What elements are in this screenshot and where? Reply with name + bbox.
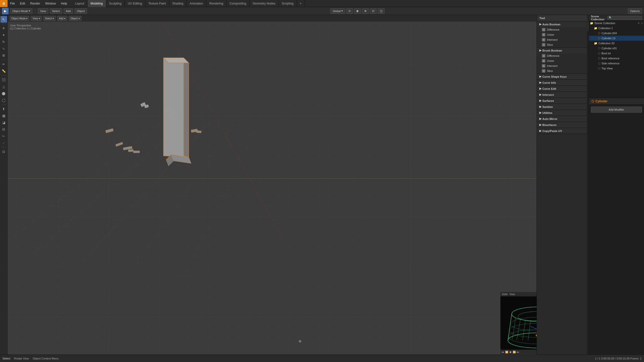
view-menu[interactable]: View [38, 8, 48, 14]
tab-layout[interactable]: Layout [72, 0, 88, 7]
select-menu[interactable]: Select [50, 8, 62, 14]
curve-info-header[interactable]: ▶ Curve Info [537, 80, 587, 85]
tab-uv-editing[interactable]: UV Editing [125, 0, 145, 7]
auto-bool-difference[interactable]: ⊟ Difference [537, 27, 587, 32]
auto-bool-union[interactable]: ⊕ Union [537, 32, 587, 37]
viewport-object-dropdown[interactable]: Object ▾ [69, 16, 82, 21]
tool-add-cube[interactable]: ⬛ [1, 76, 7, 83]
outliner-item-cylindern01[interactable]: ⬡ Cylinder.n01 [589, 46, 644, 51]
show-gizmo[interactable]: ⊕ [362, 8, 369, 14]
auto-difference-label: Difference [547, 28, 559, 31]
viewport-mode-dropdown[interactable]: Object Mode ▾ [10, 16, 29, 21]
intersect-header[interactable]: ▶ Intersect [537, 92, 587, 98]
menu-help[interactable]: Help [58, 0, 70, 7]
add-menu[interactable]: Add [64, 8, 73, 14]
tool-bevel[interactable]: ◪ [1, 119, 7, 126]
snap-btn[interactable]: ⊙ [346, 8, 353, 14]
xray-btn[interactable]: ◫ [378, 8, 385, 14]
copypaste-uv-header[interactable]: ▶ Copy/Paste UV [537, 128, 587, 134]
outliner-item-collection33[interactable]: 📁 Collection 33 [589, 41, 644, 46]
outliner-search-input[interactable] [608, 16, 642, 20]
menu-render[interactable]: Render [28, 0, 43, 7]
proportional-btn[interactable]: ◉ [354, 8, 361, 14]
outliner-item-bool-int[interactable]: ⬡ Bool int [589, 51, 644, 56]
surfaces-header[interactable]: ▶ Surfaces [537, 98, 587, 104]
viewport-view-dropdown[interactable]: View ▾ [31, 16, 42, 21]
outliner-item-cylinder13[interactable]: ⬡ Cylinder.13 [589, 36, 644, 41]
mini-vp-view: View [509, 293, 515, 296]
viewport-select-dropdown[interactable]: Select ▾ [43, 16, 56, 21]
transform-global[interactable]: Global ▾ [330, 8, 345, 14]
brush-bool-union[interactable]: ⊕ Union [537, 58, 587, 63]
select-mode-btn[interactable]: ▶ [2, 8, 9, 14]
eye-icon[interactable]: 👁 [637, 22, 640, 25]
menu-file[interactable]: File [8, 0, 17, 7]
sanitize-header[interactable]: ▶ Sanitize [537, 104, 587, 110]
object-menu[interactable]: Object [74, 8, 87, 14]
utilities-header[interactable]: ▶ Utilities [537, 110, 587, 116]
show-overlay[interactable]: ⊡ [370, 8, 377, 14]
tool-add-cylinder[interactable]: ⬤ [1, 90, 7, 97]
restrict-icon[interactable]: ⊙ [641, 22, 643, 25]
tab-shading[interactable]: Shading [169, 0, 187, 7]
tab-rendering[interactable]: Rendering [206, 0, 226, 7]
mini-stop-btn[interactable]: ⏹ [509, 351, 512, 353]
mini-next-frame-btn[interactable]: ⏩ [513, 351, 516, 353]
tool-add-sphere[interactable]: ◯ [1, 97, 7, 103]
menu-edit[interactable]: Edit [17, 0, 28, 7]
tool-knife[interactable]: ✁ [1, 133, 7, 139]
tool-scale[interactable]: ⤡ [1, 45, 7, 52]
curve-shape-keys-header[interactable]: ▶ Curve Shape Keys [537, 74, 587, 79]
options-btn[interactable]: Options [628, 8, 642, 14]
outliner-item-side-reference[interactable]: ⬡ Side reference [589, 61, 644, 66]
outliner-item-top-view[interactable]: ⬡ Top View [589, 66, 644, 71]
curve-shape-keys-section: ▶ Curve Shape Keys [537, 74, 587, 80]
tool-rotate[interactable]: ↻ [1, 38, 7, 45]
mini-end-btn[interactable]: ⏭ [517, 351, 519, 353]
mode-select[interactable]: Object Mode ▾ [10, 8, 32, 14]
mini-play-btn[interactable]: ⏮ [502, 351, 504, 353]
tab-modeling[interactable]: Modeling [88, 0, 106, 7]
brush-boolean-header[interactable]: ▶ Brush Boolean [537, 48, 587, 53]
brush-bool-intersect[interactable]: ⊗ Intersect [537, 63, 587, 68]
collapse-icon8: ▶ [539, 105, 541, 108]
tool-bisect[interactable]: ⟋ [1, 140, 7, 146]
tool-move[interactable]: ✦ [1, 32, 7, 38]
tool-inset[interactable]: ▦ [1, 112, 7, 119]
add-modifier-btn[interactable]: Add Modifier [591, 107, 642, 113]
tool-add-cone[interactable]: △ [1, 83, 7, 90]
tab-texture-paint[interactable]: Texture Paint [145, 0, 169, 7]
tool-loop-cut[interactable]: ⊟ [1, 126, 7, 132]
tool-transform[interactable]: ⊞ [1, 52, 7, 59]
menu-window[interactable]: Window [43, 0, 58, 7]
auto-mirror-header[interactable]: ▶ Auto Mirror [537, 116, 587, 122]
tool-measure[interactable]: 📏 [1, 68, 7, 74]
outliner-item-scene-collection[interactable]: 📁 Scene Collection 👁 ⊙ [589, 21, 644, 26]
tab-add[interactable]: + [297, 0, 305, 7]
tab-animation[interactable]: Animation [187, 0, 206, 7]
tool-history[interactable]: ⊡ [1, 148, 7, 155]
auto-bool-intersect[interactable]: ⊗ Intersect [537, 37, 587, 42]
tool-extrude[interactable]: ⬆ [1, 106, 7, 112]
brush-bool-slice[interactable]: ⊡ Slice [537, 68, 587, 73]
viewport-add-dropdown[interactable]: Add ▾ [57, 16, 67, 21]
tab-compositing[interactable]: Compositing [226, 0, 250, 7]
tool-cursor[interactable]: ✛ [1, 25, 7, 31]
collapse-icon12: ▶ [539, 129, 541, 132]
blender-logo[interactable]: B [0, 0, 8, 7]
outliner-item-bool-reference[interactable]: ⬡ Bool reference [589, 56, 644, 61]
tool-select[interactable]: ↖ [1, 16, 7, 23]
auto-boolean-header[interactable]: ▶ Auto Boolean [537, 21, 587, 27]
auto-bool-slice[interactable]: ⊡ Slice [537, 42, 587, 47]
tool-annotate[interactable]: ✏ [1, 61, 7, 67]
bisurfaces-header[interactable]: ▶ Bisurfaces [537, 122, 587, 128]
outliner-item-collection1[interactable]: 📁 Collection 1 [589, 26, 644, 31]
tab-geometry-nodes[interactable]: Geometry Nodes [250, 0, 279, 7]
tab-sculpting[interactable]: Sculpting [106, 0, 125, 7]
brush-bool-difference[interactable]: ⊟ Difference [537, 53, 587, 58]
curve-edit-header[interactable]: ▶ Curve Edit [537, 86, 587, 92]
object-icon: ⬡ [591, 100, 594, 103]
tab-scripting[interactable]: Scripting [279, 0, 297, 7]
outliner-item-cylinder004[interactable]: ⬡ Cylinder.004 [589, 31, 644, 36]
mini-prev-frame-btn[interactable]: ⏪ [505, 351, 508, 353]
